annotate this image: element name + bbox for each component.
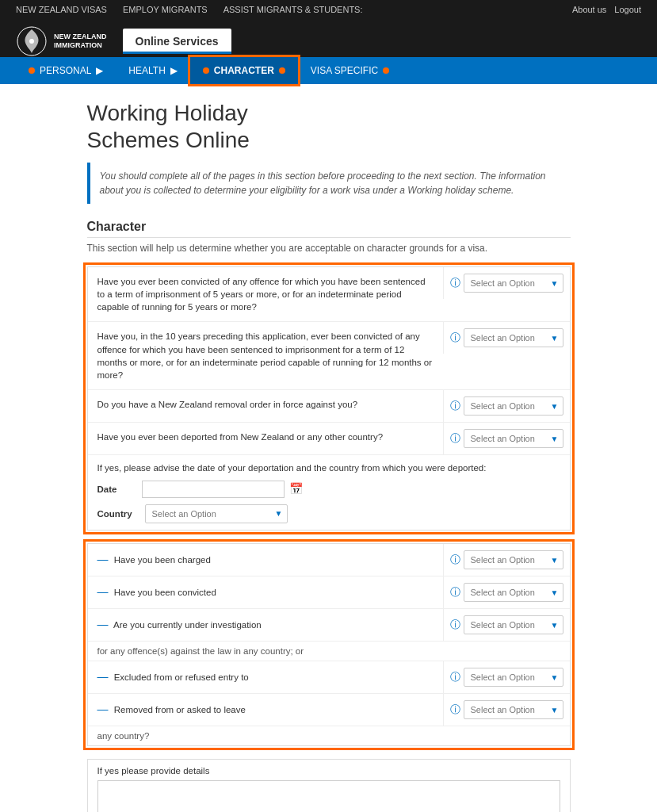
logo-area: NEW ZEALAND IMMIGRATION [16,25,107,57]
about-us-link[interactable]: About us [572,5,606,14]
details-label: If yes please provide details [97,766,560,776]
section-nav-bar: PERSONAL ▶ HEALTH ▶ CHARACTER VISA SPECI… [0,57,657,84]
bullet-text-investigation: — Are you currently under investigation [88,609,443,641]
info-icon-1: ⓘ [450,276,460,290]
top-nav-left: NEW ZEALAND VISAS EMPLOY MIGRANTS ASSIST… [16,5,363,14]
top-navigation: NEW ZEALAND VISAS EMPLOY MIGRANTS ASSIST… [0,0,657,19]
date-row: Date 📅 [97,481,560,498]
health-chevron: ▶ [170,65,178,76]
logout-link[interactable]: Logout [614,5,641,14]
main-questions-container: Have you ever been convicted of any offe… [87,266,571,530]
country-label: Country [97,508,137,520]
offence-text-row: for any offence(s) against the law in an… [88,642,570,661]
deportation-label: If yes, please advise the date of your d… [97,462,560,474]
dash-icon-5: — [97,703,109,715]
online-services-label: Online Services [136,35,219,48]
question-select-area-4: ⓘ Select an Option Yes No ▼ [443,423,570,454]
bullet-select-area-removed: ⓘ Select an Option Yes No ▼ [443,694,570,726]
character-section-subtext: This section will help us determine whet… [87,243,571,254]
bullet-select-area-excluded: ⓘ Select an Option Yes No ▼ [443,661,570,693]
country-select[interactable]: Select an Option [145,504,288,523]
any-country-text: any country? [97,731,150,741]
info-icon-3: ⓘ [450,399,460,413]
bullet-text-excluded: — Excluded from or refused entry to [88,661,443,693]
visa-specific-dot [383,67,389,74]
charged-select-wrapper: Select an Option Yes No ▼ [464,550,563,569]
bullet-text-convicted: — Have you been convicted [88,576,443,608]
personal-chevron: ▶ [96,65,103,76]
country-row: Country Select an Option ▼ [97,504,560,523]
dash-icon-2: — [97,585,109,598]
select-q4[interactable]: Select an Option Yes No [464,429,563,448]
text-area-row: If yes please provide details [88,760,570,812]
question-text-4: Have you ever been deported from New Zea… [88,423,443,451]
dash-icon-1: — [97,553,109,565]
select-excluded[interactable]: Select an Option Yes No [464,668,563,687]
select-convicted[interactable]: Select an Option Yes No [464,583,563,602]
bullet-text-removed: — Removed from or asked to leave [88,694,443,726]
nav-tab-visa-specific[interactable]: VISA SPECIFIC [298,57,402,84]
deportation-section-content: If yes, please advise the date of your d… [88,455,570,530]
calendar-icon: 📅 [289,481,303,497]
convicted-label: Have you been convicted [114,588,216,597]
main-content: Working Holiday Schemes Online You shoul… [71,84,586,812]
select-q1[interactable]: Select an Option Yes No [464,274,563,293]
question-text-3: Do you have a New Zealand removal order … [88,390,443,419]
question-select-area-2: ⓘ Select an Option Yes No ▼ [443,322,570,354]
nav-tab-personal[interactable]: PERSONAL ▶ [16,57,116,84]
info-icon-excluded: ⓘ [450,670,460,684]
select-wrapper-3: Select an Option Yes No ▼ [464,396,563,416]
info-icon-4: ⓘ [450,431,460,446]
charged-label: Have you been charged [114,555,211,565]
nav-tab-character[interactable]: CHARACTER [190,57,298,84]
character-tab-label: CHARACTER [214,65,274,76]
removed-label: Removed from or asked to leave [114,705,246,714]
online-services-tab: Online Services [123,29,231,54]
question-select-area-1: ⓘ Select an Option Yes No ▼ [443,267,570,299]
question-row-1: Have you ever been convicted of any offe… [88,267,570,322]
date-input[interactable] [142,481,285,498]
info-icon-convicted: ⓘ [450,585,460,599]
logo-text: NEW ZEALAND IMMIGRATION [54,33,107,50]
page-title: Working Holiday Schemes Online [87,100,571,153]
nav-nz-visas[interactable]: NEW ZEALAND VISAS [16,5,107,14]
question-text-2: Have you, in the 10 years preceding this… [88,322,443,389]
offence-text: for any offence(s) against the law in an… [97,646,304,656]
bullet-select-area-convicted: ⓘ Select an Option Yes No ▼ [443,576,570,608]
date-label: Date [97,483,137,496]
bullet-row-removed: — Removed from or asked to leave ⓘ Selec… [88,694,570,726]
question-row-2: Have you, in the 10 years preceding this… [88,322,570,389]
bullet-questions-container: — Have you been charged ⓘ Select an Opti… [87,543,571,746]
select-charged[interactable]: Select an Option Yes No [464,550,563,569]
deportation-sub-section: If yes, please advise the date of your d… [88,455,570,530]
info-text: You should complete all of the pages in … [100,170,546,196]
select-wrapper-2: Select an Option Yes No ▼ [464,328,563,347]
info-icon-charged: ⓘ [450,553,460,567]
any-country-row: any country? [88,726,570,745]
nz-immigration-logo [16,25,48,57]
bullet-text-charged: — Have you been charged [88,544,443,576]
select-wrapper-1: Select an Option Yes No ▼ [464,274,563,293]
nav-employ-migrants[interactable]: EMPLOY MIGRANTS [123,5,208,14]
details-textarea[interactable] [97,780,560,812]
character-dot [203,67,209,74]
bullet-row-investigation: — Are you currently under investigation … [88,609,570,642]
select-removed[interactable]: Select an Option Yes No [464,700,563,719]
question-row-3: Do you have a New Zealand removal order … [88,390,570,423]
svg-point-1 [29,39,34,44]
dash-icon-3: — [97,618,109,630]
select-wrapper-4: Select an Option Yes No ▼ [464,429,563,448]
dash-icon-4: — [97,670,109,683]
select-investigation[interactable]: Select an Option Yes No [464,615,563,634]
nav-tab-health[interactable]: HEALTH ▶ [116,57,189,84]
bullet-select-area-charged: ⓘ Select an Option Yes No ▼ [443,544,570,576]
info-icon-removed: ⓘ [450,703,460,717]
question-row-4: Have you ever been deported from New Zea… [88,423,570,455]
top-nav-right: About us Logout [572,5,641,14]
nav-assist-migrants[interactable]: ASSIST MIGRANTS & STUDENTS: [223,5,363,14]
bullet-select-area-investigation: ⓘ Select an Option Yes No ▼ [443,609,570,641]
select-q2[interactable]: Select an Option Yes No [464,328,563,347]
removed-select-wrapper: Select an Option Yes No ▼ [464,700,563,719]
convicted-select-wrapper: Select an Option Yes No ▼ [464,583,563,602]
select-q3[interactable]: Select an Option Yes No [464,396,563,416]
